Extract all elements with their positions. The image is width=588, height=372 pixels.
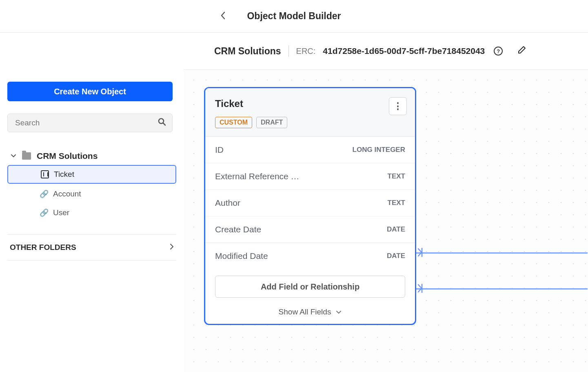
field-name: Author xyxy=(215,198,240,208)
sidebar-item-label: Account xyxy=(53,189,81,198)
divider xyxy=(288,45,289,57)
chevron-right-icon xyxy=(170,243,174,252)
field-type: TEXT xyxy=(388,199,405,207)
show-all-fields-button[interactable]: Show All Fields xyxy=(205,301,415,324)
field-name: Modified Date xyxy=(215,251,268,261)
badge-draft: DRAFT xyxy=(256,117,287,128)
folder-root[interactable]: CRM Solutions xyxy=(7,149,176,163)
subheader: CRM Solutions ERC: 41d7258e-1d65-00d7-5c… xyxy=(0,33,588,69)
card-header: Ticket ⋮ CUSTOM DRAFT xyxy=(205,88,415,137)
sidebar-item-user[interactable]: 🔗 User xyxy=(7,204,176,221)
main-layout: Create New Object CRM Solutions Ticket 🔗 xyxy=(0,69,588,372)
object-card[interactable]: Ticket ⋮ CUSTOM DRAFT ID LONG INTEGER Ex… xyxy=(204,87,416,325)
chevron-down-icon xyxy=(336,307,342,316)
search-input[interactable] xyxy=(7,114,173,132)
field-type: TEXT xyxy=(388,172,405,180)
field-type: LONG INTEGER xyxy=(353,146,405,154)
erc-value: 41d7258e-1d65-00d7-5cff-7be718452043 xyxy=(323,46,485,56)
sidebar-item-label: User xyxy=(53,208,69,217)
sidebar-item-account[interactable]: 🔗 Account xyxy=(7,185,176,203)
erc-label: ERC: xyxy=(296,47,316,56)
connector-arrow-icon xyxy=(417,284,424,295)
link-icon: 🔗 xyxy=(40,209,48,217)
search-wrapper xyxy=(7,114,173,132)
search-icon[interactable] xyxy=(158,118,166,128)
card-menu-button[interactable]: ⋮ xyxy=(389,97,407,115)
help-icon[interactable]: ? xyxy=(494,47,503,56)
sidebar: Create New Object CRM Solutions Ticket 🔗 xyxy=(0,69,184,372)
folder-tree: CRM Solutions Ticket 🔗 Account 🔗 User xyxy=(7,149,176,221)
field-row[interactable]: Modified Date DATE xyxy=(205,243,415,269)
add-field-button[interactable]: Add Field or Relationship xyxy=(215,276,405,298)
connector-line xyxy=(416,252,588,254)
field-name: External Reference … xyxy=(215,172,300,181)
svg-line-1 xyxy=(163,123,165,125)
connector-line xyxy=(416,288,588,290)
field-type: DATE xyxy=(387,225,405,234)
field-row[interactable]: Author TEXT xyxy=(205,190,415,216)
badge-custom: CUSTOM xyxy=(215,117,252,128)
canvas[interactable]: Ticket ⋮ CUSTOM DRAFT ID LONG INTEGER Ex… xyxy=(184,69,588,372)
header: Object Model Builder xyxy=(0,0,588,33)
edit-icon[interactable] xyxy=(517,45,526,57)
sidebar-item-label: Ticket xyxy=(54,170,74,179)
chevron-down-icon xyxy=(11,152,16,160)
page-title: Object Model Builder xyxy=(247,11,341,22)
badges: CUSTOM DRAFT xyxy=(215,117,405,128)
field-name: ID xyxy=(215,145,224,155)
project-title: CRM Solutions xyxy=(214,46,281,57)
field-type: DATE xyxy=(387,252,405,260)
create-object-button[interactable]: Create New Object xyxy=(7,82,173,101)
field-row[interactable]: ID LONG INTEGER xyxy=(205,137,415,163)
connector-arrow-icon xyxy=(417,248,424,259)
folder-label: CRM Solutions xyxy=(37,151,98,161)
field-row[interactable]: External Reference … TEXT xyxy=(205,163,415,190)
link-icon: 🔗 xyxy=(40,190,48,198)
back-icon[interactable] xyxy=(220,11,225,22)
field-row[interactable]: Create Date DATE xyxy=(205,216,415,243)
card-footer: Add Field or Relationship xyxy=(205,269,415,301)
card-title: Ticket xyxy=(215,98,405,109)
object-icon xyxy=(41,170,49,178)
show-all-label: Show All Fields xyxy=(279,307,331,316)
sidebar-item-ticket[interactable]: Ticket xyxy=(7,165,176,184)
folder-icon xyxy=(22,152,31,160)
other-folders-label: OTHER FOLDERS xyxy=(10,243,76,252)
other-folders-toggle[interactable]: OTHER FOLDERS xyxy=(7,234,176,261)
field-name: Create Date xyxy=(215,225,261,234)
